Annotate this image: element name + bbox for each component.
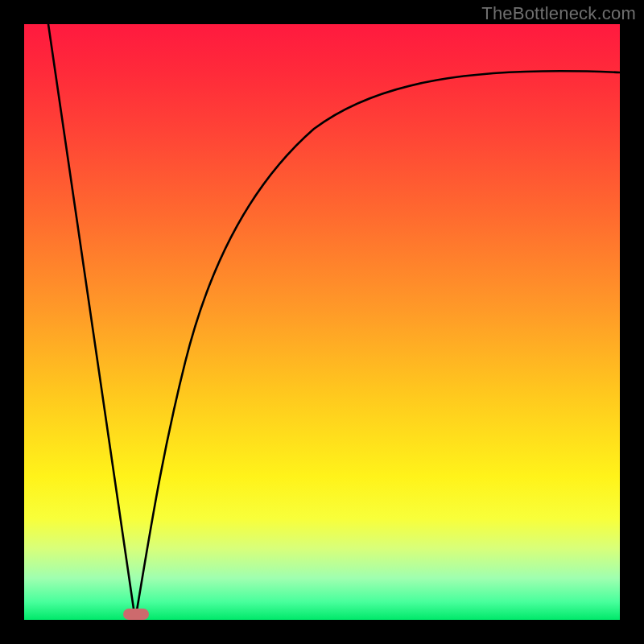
watermark-text: TheBottleneck.com	[481, 3, 636, 24]
chart-svg	[24, 24, 620, 620]
chart-area	[24, 24, 620, 620]
left-line	[48, 24, 135, 620]
bottleneck-marker	[123, 609, 149, 620]
right-curve	[135, 71, 620, 620]
